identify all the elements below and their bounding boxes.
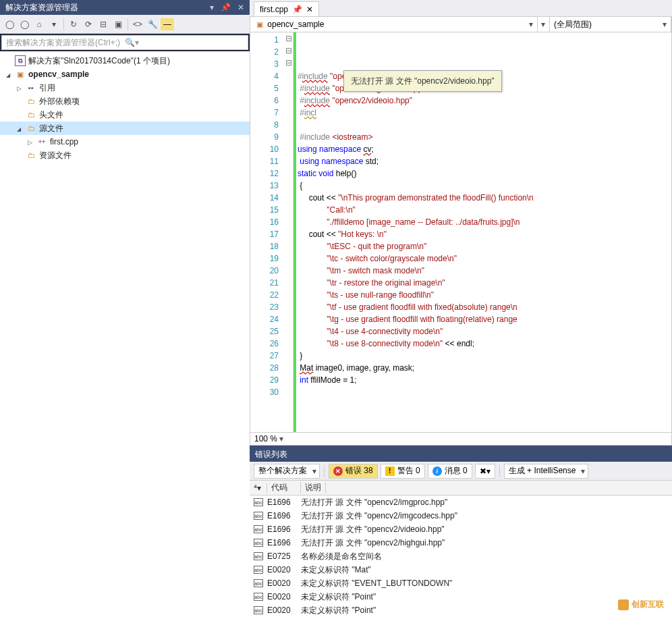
- pin-icon[interactable]: 📌: [292, 5, 302, 14]
- solution-node[interactable]: ⧉ 解决方案"Sln20170314Code"(1 个项目): [0, 54, 250, 68]
- error-row[interactable]: abcE1696无法打开 源 文件 "opencv2/highgui.hpp": [250, 536, 672, 549]
- nav-scope-dropdown[interactable]: ▣ opencv_sample: [250, 17, 538, 32]
- project-icon: ▣: [15, 69, 26, 80]
- error-toolbar: 整个解决方案 ✕ 错误 38 ! 警告 0 i 消息 0 ✖▾ 生成 + Int…: [250, 462, 672, 481]
- sync-icon[interactable]: ↻: [67, 18, 80, 31]
- col-code[interactable]: 代码: [267, 482, 301, 493]
- zoom-indicator[interactable]: 100 %: [250, 432, 672, 446]
- code-icon[interactable]: <>: [131, 18, 144, 31]
- search-dropdown-icon[interactable]: 🔍▾: [125, 38, 244, 47]
- intellisense-tooltip: 无法打开 源 文件 "opencv2/videoio.hpp": [343, 70, 502, 92]
- show-all-icon[interactable]: ▣: [111, 18, 125, 31]
- error-icon: ✕: [333, 466, 343, 476]
- references-node[interactable]: ▪▪ 引用: [0, 81, 250, 95]
- col-icon[interactable]: ⁴▾: [250, 483, 267, 493]
- sources-node[interactable]: 🗀 源文件: [0, 122, 250, 135]
- project-node[interactable]: ▣ opencv_sample: [0, 68, 250, 81]
- properties-icon[interactable]: 🔧: [146, 18, 159, 31]
- forward-icon[interactable]: ◯: [18, 18, 31, 31]
- nav-member-dropdown[interactable]: (全局范围): [550, 17, 671, 32]
- expand-icon[interactable]: [26, 138, 34, 146]
- tab-strip: first.cpp 📌 ✕: [250, 0, 672, 16]
- error-row[interactable]: abcE1696无法打开 源 文件 "opencv2/imgcodecs.hpp…: [250, 509, 672, 522]
- clear-button[interactable]: ✖▾: [475, 464, 495, 479]
- col-desc[interactable]: 说明: [301, 482, 326, 493]
- solution-tree[interactable]: ⧉ 解决方案"Sln20170314Code"(1 个项目) ▣ opencv_…: [0, 51, 250, 617]
- error-row[interactable]: abcE0020未定义标识符 "Point": [250, 603, 672, 617]
- error-list-title: 错误列表: [250, 447, 672, 462]
- search-placeholder: 搜索解决方案资源管理器(Ctrl+;): [6, 37, 125, 49]
- close-tab-icon[interactable]: ✕: [306, 5, 313, 14]
- error-row[interactable]: abcE0725名称必须是命名空间名: [250, 549, 672, 563]
- expand-icon[interactable]: [15, 125, 23, 132]
- error-scope-dropdown[interactable]: 整个解决方案: [254, 464, 320, 479]
- wrench-highlight-icon[interactable]: —: [161, 18, 174, 30]
- solution-search-input[interactable]: 搜索解决方案资源管理器(Ctrl+;) 🔍▾: [1, 35, 248, 50]
- expand-icon[interactable]: [4, 71, 12, 78]
- error-row[interactable]: abcE1696无法打开 源 文件 "opencv2/imgproc.hpp": [250, 495, 672, 509]
- back-icon[interactable]: ◯: [3, 18, 16, 31]
- folder-icon: 🗀: [26, 96, 36, 107]
- navigation-bar: ▣ opencv_sample (全局范围): [250, 16, 672, 32]
- folder-icon: 🗀: [26, 109, 36, 120]
- error-row[interactable]: abcE0020未定义标识符 "Mat": [250, 563, 672, 576]
- warnings-filter-button[interactable]: ! 警告 0: [381, 464, 425, 479]
- solution-toolbar: ◯ ◯ ⌂ ▾ ↻ ⟳ ⊟ ▣ <> 🔧 —: [0, 15, 250, 34]
- tab-label: first.cpp: [260, 5, 288, 14]
- dropdown-icon[interactable]: ▾: [47, 18, 61, 31]
- solution-explorer-panel: 解决方案资源管理器 ▾ 📌 ✕ ◯ ◯ ⌂ ▾ ↻ ⟳ ⊟ ▣ <> 🔧 — 搜…: [0, 0, 250, 617]
- nav-spacer: [538, 17, 550, 32]
- watermark-logo: 创新互联: [618, 599, 664, 610]
- refresh-icon[interactable]: ⟳: [82, 18, 95, 31]
- panel-title: 解决方案资源管理器: [5, 2, 210, 14]
- fold-column[interactable]: ⊟⊟⊟: [284, 32, 293, 432]
- line-number-gutter: 1234567891011121314151617181920212223242…: [250, 32, 284, 432]
- error-row[interactable]: abcE1696无法打开 源 文件 "opencv2/videoio.hpp": [250, 522, 672, 536]
- folder-icon: 🗀: [26, 150, 36, 161]
- editor-panel: first.cpp 📌 ✕ ▣ opencv_sample (全局范围) 123…: [250, 0, 672, 617]
- errors-filter-button[interactable]: ✕ 错误 38: [329, 464, 378, 479]
- collapse-icon[interactable]: ⊟: [96, 18, 110, 31]
- folder-icon: 🗀: [26, 123, 36, 134]
- references-icon: ▪▪: [26, 82, 36, 93]
- code-content[interactable]: #include "opencv2/imgproc.hpp" #include …: [296, 32, 671, 432]
- code-editor[interactable]: 1234567891011121314151617181920212223242…: [250, 32, 672, 432]
- expand-icon[interactable]: [15, 84, 23, 92]
- panel-titlebar: 解决方案资源管理器 ▾ 📌 ✕: [0, 0, 250, 15]
- file-tab-first-cpp[interactable]: first.cpp 📌 ✕: [254, 1, 319, 16]
- resources-node[interactable]: 🗀 资源文件: [0, 149, 250, 162]
- info-icon: i: [432, 466, 442, 476]
- close-icon[interactable]: ✕: [237, 3, 244, 12]
- build-filter-dropdown[interactable]: 生成 + IntelliSense: [504, 464, 589, 479]
- messages-filter-button[interactable]: i 消息 0: [428, 464, 472, 479]
- first-cpp-node[interactable]: ++ first.cpp: [0, 135, 250, 149]
- error-row[interactable]: abcE0020未定义标识符 "Point": [250, 590, 672, 603]
- solution-icon: ⧉: [15, 55, 26, 66]
- dropdown-icon[interactable]: ▾: [210, 3, 214, 12]
- warning-icon: !: [385, 466, 395, 476]
- logo-icon: [618, 599, 629, 610]
- home-icon[interactable]: ⌂: [32, 18, 46, 31]
- external-deps-node[interactable]: 🗀 外部依赖项: [0, 95, 250, 108]
- pin-icon[interactable]: 📌: [221, 3, 231, 12]
- project-icon: ▣: [254, 19, 265, 30]
- error-row[interactable]: abcE0020未定义标识符 "EVENT_LBUTTONDOWN": [250, 576, 672, 590]
- error-grid[interactable]: ⁴▾ 代码 说明 abcE1696无法打开 源 文件 "opencv2/imgp…: [250, 481, 672, 617]
- error-list-panel: 错误列表 整个解决方案 ✕ 错误 38 ! 警告 0 i 消息 0 ✖▾ 生成 …: [250, 446, 672, 617]
- error-grid-header: ⁴▾ 代码 说明: [250, 481, 672, 495]
- headers-node[interactable]: 🗀 头文件: [0, 108, 250, 122]
- cpp-file-icon: ++: [36, 136, 47, 147]
